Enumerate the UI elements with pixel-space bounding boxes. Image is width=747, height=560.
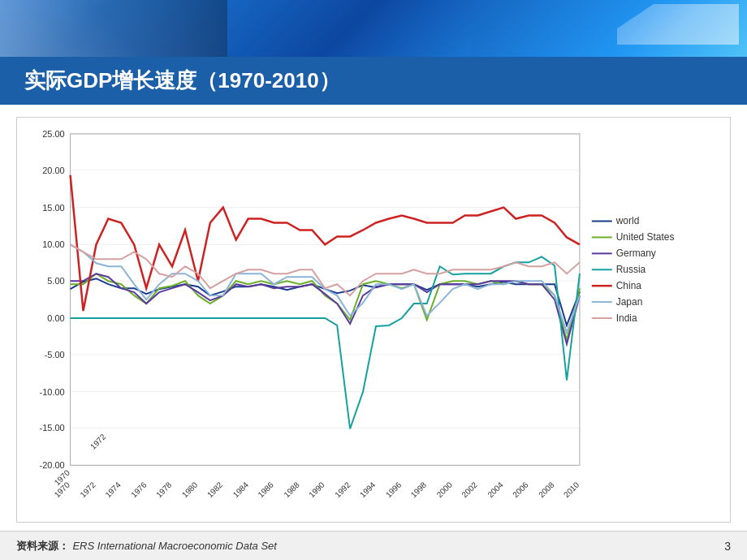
- svg-text:25.00: 25.00: [42, 129, 64, 139]
- svg-text:1994: 1994: [358, 480, 378, 499]
- title-section: 实际GDP增长速度（1970-2010）: [0, 57, 747, 105]
- svg-text:2010: 2010: [562, 480, 581, 499]
- svg-text:1986: 1986: [257, 480, 276, 499]
- svg-text:-10.00: -10.00: [40, 387, 65, 397]
- svg-text:-20.00: -20.00: [40, 460, 65, 470]
- source-label: 资料来源：: [16, 540, 69, 552]
- china-line: [71, 175, 580, 311]
- svg-text:1972: 1972: [89, 432, 108, 451]
- header-image-right: [471, 0, 747, 57]
- svg-text:India: India: [616, 312, 637, 324]
- svg-text:2006: 2006: [511, 480, 530, 499]
- svg-text:2000: 2000: [435, 480, 455, 499]
- header-image-left: [0, 0, 227, 57]
- svg-text:2008: 2008: [537, 480, 556, 499]
- svg-text:Germany: Germany: [616, 248, 656, 259]
- header-banner: [0, 0, 747, 57]
- svg-text:2002: 2002: [460, 480, 479, 499]
- footer-source: 资料来源： ERS International Macroeconomic Da…: [16, 538, 277, 554]
- svg-text:China: China: [616, 280, 642, 291]
- svg-text:-5.00: -5.00: [45, 350, 65, 360]
- svg-text:1976: 1976: [129, 480, 149, 499]
- svg-text:1974: 1974: [103, 480, 123, 499]
- page-number: 3: [724, 540, 731, 553]
- svg-text:5.00: 5.00: [47, 276, 64, 286]
- svg-text:15.00: 15.00: [42, 203, 64, 213]
- gdp-chart: 25.00 20.00 15.00 10.00 5.00 0.00 -5.00 …: [25, 126, 722, 514]
- source-text: ERS International Macroeconomic Data Set: [72, 540, 276, 552]
- svg-text:20.00: 20.00: [42, 166, 64, 175]
- page-title: 实际GDP增长速度（1970-2010）: [24, 67, 340, 95]
- chart-container: 25.00 20.00 15.00 10.00 5.00 0.00 -5.00 …: [16, 117, 731, 523]
- svg-text:Japan: Japan: [616, 296, 643, 308]
- svg-text:1984: 1984: [231, 480, 251, 499]
- svg-text:10.00: 10.00: [42, 239, 64, 249]
- header-image-center: [227, 0, 471, 57]
- svg-text:0.00: 0.00: [47, 313, 64, 323]
- svg-text:1992: 1992: [333, 480, 352, 499]
- svg-text:1978: 1978: [154, 480, 174, 499]
- svg-text:1982: 1982: [205, 480, 225, 499]
- svg-text:1980: 1980: [180, 480, 200, 499]
- svg-text:1998: 1998: [409, 480, 429, 499]
- svg-text:1990: 1990: [307, 480, 326, 499]
- svg-text:-15.00: -15.00: [40, 423, 65, 433]
- svg-text:1996: 1996: [384, 480, 404, 499]
- svg-text:2004: 2004: [486, 480, 505, 499]
- svg-text:1972: 1972: [78, 480, 97, 499]
- footer: 资料来源： ERS International Macroeconomic Da…: [0, 531, 747, 560]
- svg-text:1988: 1988: [282, 480, 301, 499]
- svg-text:Russia: Russia: [616, 264, 646, 275]
- svg-text:world: world: [615, 215, 640, 226]
- svg-text:United States: United States: [616, 231, 675, 243]
